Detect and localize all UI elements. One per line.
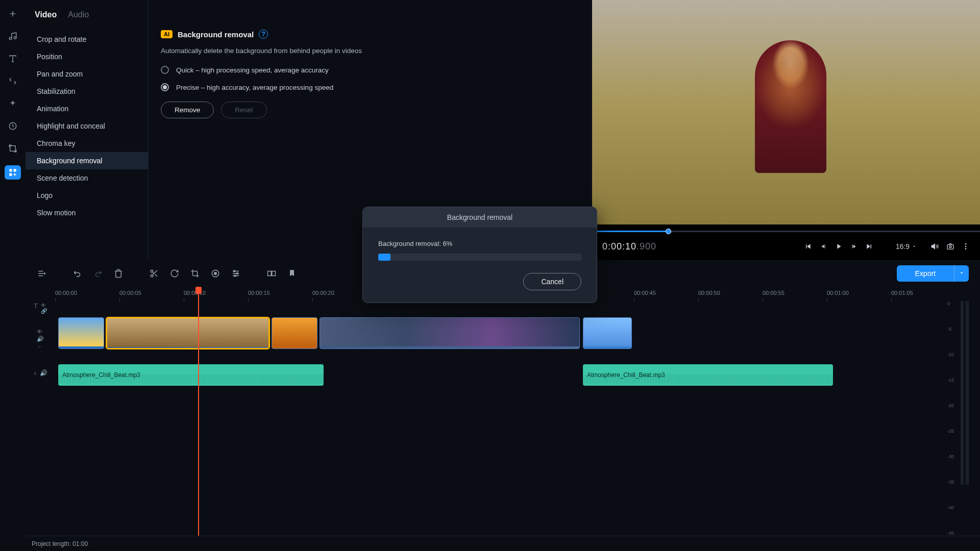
clock-icon[interactable] — [7, 120, 18, 132]
status-bar: Project length: 01:00 — [26, 536, 980, 551]
ruler-tick: 00:00:45 — [634, 290, 656, 296]
marker-icon[interactable] — [287, 268, 297, 279]
video-visible-icon[interactable]: 👁 — [37, 329, 44, 335]
tab-video[interactable]: Video — [35, 10, 57, 19]
ruler-tick: 00:00:50 — [698, 290, 720, 296]
svg-rect-35 — [268, 271, 272, 276]
text-track[interactable] — [55, 301, 949, 315]
cancel-button[interactable]: Cancel — [523, 273, 581, 290]
ruler-tick: 00:01:00 — [827, 290, 849, 296]
rotate-icon[interactable] — [169, 268, 180, 279]
link-icon[interactable] — [7, 76, 18, 87]
gutter-audio: ♪🔊 — [26, 362, 55, 384]
svg-point-32 — [234, 270, 235, 272]
video-mute-icon[interactable]: 🔊 — [37, 336, 44, 342]
play-icon[interactable] — [835, 242, 843, 251]
svg-point-22 — [151, 270, 153, 272]
ruler-tick: 00:00:00 — [55, 290, 77, 296]
add-track-icon[interactable] — [37, 268, 47, 279]
skip-end-icon[interactable] — [865, 242, 873, 251]
sidebar-slow-motion[interactable]: Slow motion — [26, 204, 148, 221]
sidebar-stabilization[interactable]: Stabilization — [26, 83, 148, 100]
cut-icon[interactable] — [149, 268, 159, 279]
radio-quick-input[interactable] — [161, 66, 169, 74]
sidebar-position[interactable]: Position — [26, 48, 148, 65]
audio-clip-1[interactable]: Atmosphere_Chill_Beat.mp3 — [58, 364, 324, 386]
svg-point-28 — [214, 272, 217, 275]
text-track-icon[interactable]: T — [34, 303, 37, 314]
delete-icon[interactable] — [113, 268, 124, 279]
sidebar-scene-detection[interactable]: Scene detection — [26, 169, 148, 187]
transition-icon[interactable] — [266, 268, 277, 279]
preview-controls: 0:00:10.900 16:9 — [592, 232, 980, 260]
radio-precise-input[interactable] — [161, 83, 169, 91]
panel-description: Automatically delete the background from… — [161, 47, 580, 55]
sidebar-animation[interactable]: Animation — [26, 100, 148, 117]
modal-progress-text: Background removal: 6% — [378, 240, 581, 247]
video-link-icon[interactable]: ← — [37, 343, 44, 349]
playhead[interactable] — [198, 287, 199, 536]
audio-clip-2[interactable]: Atmosphere_Chill_Beat.mp3 — [583, 364, 833, 386]
track-gutter: T👁🔗 👁 🔊 ← ♪🔊 — [26, 287, 55, 536]
effect-sidebar: Crop and rotate Position Pan and zoom St… — [26, 27, 148, 226]
audio-mute-icon[interactable]: 🔊 — [40, 369, 47, 377]
reset-button: Reset — [221, 102, 266, 118]
redo-icon[interactable] — [93, 268, 103, 279]
tracks-area[interactable]: 00:00:0000:00:0500:00:1000:00:1500:00:20… — [55, 287, 949, 536]
gutter-text: T👁🔗 — [26, 301, 55, 315]
radio-precise[interactable]: Precise – high accuracy, average process… — [161, 83, 580, 91]
crop-icon[interactable] — [190, 268, 200, 279]
help-icon[interactable]: ? — [259, 30, 268, 39]
video-clip-2-selected[interactable] — [106, 317, 270, 349]
audio-meters: 0-5-10-15-20-25-30-35-40-45 — [949, 287, 980, 536]
effects-icon[interactable] — [7, 98, 18, 109]
step-fwd-icon[interactable] — [850, 242, 858, 251]
svg-line-25 — [155, 274, 157, 277]
remove-button[interactable]: Remove — [161, 102, 214, 118]
music-icon[interactable] — [7, 31, 18, 42]
more-icon[interactable] — [962, 242, 970, 251]
radio-quick[interactable]: Quick – high processing speed, average a… — [161, 66, 580, 74]
preview-image[interactable] — [592, 0, 980, 224]
audio-track[interactable]: Atmosphere_Chill_Beat.mp3 Atmosphere_Chi… — [55, 364, 949, 386]
snapshot-icon[interactable] — [946, 242, 954, 251]
tab-audio[interactable]: Audio — [68, 10, 89, 19]
undo-icon[interactable] — [72, 268, 83, 279]
video-track[interactable] — [55, 317, 949, 349]
sidebar-pan-zoom[interactable]: Pan and zoom — [26, 65, 148, 83]
video-clip-4[interactable] — [320, 317, 580, 349]
text-icon[interactable] — [7, 53, 18, 64]
sidebar-crop-rotate[interactable]: Crop and rotate — [26, 31, 148, 48]
sidebar-chroma-key[interactable]: Chroma key — [26, 135, 148, 152]
video-clip-1[interactable] — [58, 317, 104, 349]
more-tools-icon[interactable] — [5, 165, 21, 180]
volume-icon[interactable] — [931, 242, 939, 251]
svg-rect-9 — [14, 169, 16, 171]
sidebar-highlight-conceal[interactable]: Highlight and conceal — [26, 117, 148, 135]
color-icon[interactable] — [210, 268, 220, 279]
radio-precise-label: Precise – high accuracy, average process… — [176, 84, 333, 91]
skip-start-icon[interactable] — [804, 242, 812, 251]
panel-tabs: Video Audio — [26, 0, 148, 27]
adjust-icon[interactable] — [231, 268, 241, 279]
video-clip-3[interactable] — [272, 317, 317, 349]
step-back-icon[interactable] — [819, 242, 827, 251]
timecode: 0:00:10.900 — [602, 241, 656, 252]
add-icon[interactable] — [7, 8, 18, 19]
ruler-tick: 00:00:55 — [763, 290, 785, 296]
ai-badge: AI — [161, 30, 173, 38]
svg-rect-10 — [9, 173, 12, 176]
meter-left — [961, 301, 964, 485]
ruler-tick: 00:00:10 — [184, 290, 206, 296]
video-clip-5[interactable] — [583, 317, 632, 349]
aspect-ratio[interactable]: 16:9 — [896, 242, 917, 251]
export-button[interactable]: Export — [897, 265, 954, 282]
svg-point-23 — [151, 274, 153, 277]
sidebar-logo[interactable]: Logo — [26, 187, 148, 204]
transform-icon[interactable] — [7, 143, 18, 154]
export-dropdown[interactable] — [954, 265, 969, 282]
svg-point-14 — [965, 243, 967, 245]
svg-point-2 — [9, 37, 12, 40]
sidebar-background-removal[interactable]: Background removal — [26, 152, 148, 169]
svg-point-3 — [14, 37, 16, 39]
